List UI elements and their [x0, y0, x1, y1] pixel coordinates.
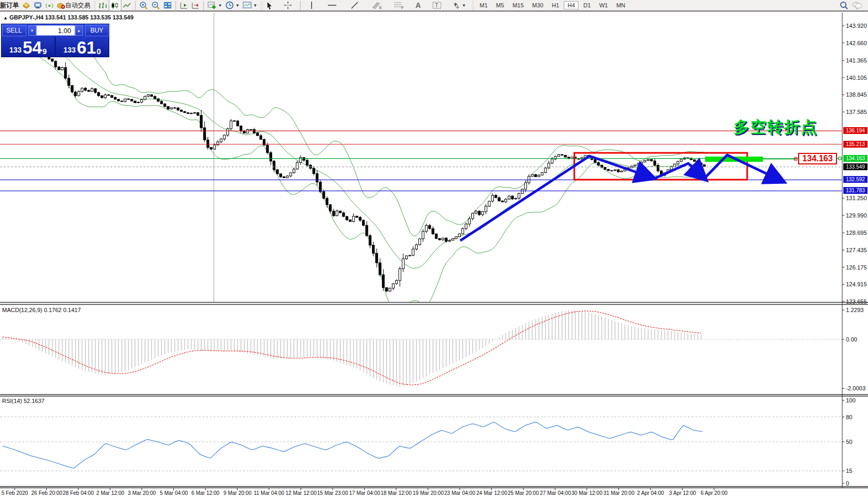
indicators-button[interactable]: ▼	[206, 0, 224, 11]
turning-point-annotation[interactable]: 多空转折点	[733, 117, 818, 138]
sell-button[interactable]: SELL	[2, 25, 26, 36]
price-tick-label: 140.105	[846, 75, 867, 81]
timeframe-button-h1[interactable]: H1	[548, 1, 563, 9]
timeframe-button-h4[interactable]: H4	[564, 1, 578, 9]
svg-text:T: T	[435, 3, 438, 8]
svg-text:F: F	[401, 6, 404, 9]
date-tick-label: 19 Mar 20:00	[413, 490, 444, 496]
zoom-out-button[interactable]	[150, 0, 162, 11]
trendline-tool-button[interactable]	[349, 0, 360, 11]
price-tick-label: 128.695	[846, 230, 867, 236]
volume-decrease-button[interactable]: ▼	[28, 25, 36, 36]
equidistant-channel-tool-button[interactable]: E	[370, 0, 384, 11]
date-tick-label: 2 Apr 04:00	[637, 490, 664, 496]
package-icon[interactable]	[20, 0, 32, 11]
timeframe-button-m1[interactable]: M1	[476, 1, 491, 9]
macd-indicator-label: MACD(12,26,9) 0.1762 0.1417	[2, 307, 81, 313]
buy-button[interactable]: BUY	[85, 25, 109, 36]
new-order-label: 新订单	[0, 1, 19, 10]
zoom-in-button[interactable]	[138, 0, 150, 11]
auto-scroll-button[interactable]	[190, 0, 201, 11]
date-tick-label: 26 Feb 20:00	[32, 490, 63, 496]
auto-trading-label: 自动交易	[65, 1, 90, 10]
horizontal-line-tool-button[interactable]	[326, 0, 338, 11]
macd-tick-label: -2.0003	[846, 385, 865, 391]
toolbar-separator	[203, 1, 204, 10]
price-tick-label: 138.845	[846, 91, 867, 98]
macd-tick-label: 1.2293	[846, 307, 864, 313]
toolbar-separator	[300, 1, 301, 10]
date-tick-label: 17 Mar 04:00	[349, 490, 380, 496]
volume-increase-button[interactable]: ▲	[75, 25, 83, 36]
rsi-tick-label: 15	[846, 468, 852, 474]
date-tick-label: 25 Mar 20:00	[508, 490, 539, 496]
price-tick-label: 137.585	[846, 109, 867, 115]
main-toolbar: 新订单 自动交易	[0, 0, 868, 12]
date-tick-label: 31 Mar 20:00	[604, 490, 635, 496]
price-tick-label: 126.175	[846, 264, 867, 271]
price-level-chip: 134.163	[843, 155, 867, 162]
date-tick-label: 3 Apr 12:00	[669, 490, 696, 496]
toolbar-separator	[175, 1, 176, 10]
volume-input[interactable]	[36, 25, 75, 36]
vertical-line-tool-button[interactable]	[308, 0, 315, 11]
date-tick-label: 24 Mar 12:00	[477, 490, 508, 496]
date-tick-label: 11 Mar 04:00	[254, 490, 284, 496]
timeframe-button-m5[interactable]: M5	[492, 1, 508, 9]
cursor-tool-button[interactable]	[264, 0, 275, 11]
signal-icon[interactable]	[44, 0, 55, 11]
price-tick-label: 127.435	[846, 247, 867, 253]
chevron-down-icon: ▼	[462, 3, 466, 8]
price-level-chip: 135.213	[843, 141, 867, 148]
toolbar-grip	[261, 1, 263, 10]
chevron-down-icon: ▼	[218, 3, 222, 8]
date-tick-label: 12 Mar 12:00	[286, 490, 317, 496]
price-level-chip: 136.194	[843, 127, 867, 134]
auto-trading-button[interactable]: 自动交易	[55, 0, 92, 11]
sell-price[interactable]: 133549	[2, 37, 55, 57]
timeframe-button-d1[interactable]: D1	[580, 1, 594, 9]
date-tick-label: 5 Feb 2020	[2, 490, 28, 496]
search-icon[interactable]	[838, 0, 850, 11]
price-tick-label: 141.365	[846, 57, 867, 64]
date-tick-label: 5 Mar 04:00	[160, 490, 188, 496]
date-tick-label: 9 Mar 20:00	[223, 490, 251, 496]
templates-button[interactable]: ▼	[241, 0, 259, 11]
line-chart-type-button[interactable]	[121, 0, 133, 11]
text-label-tool-button[interactable]: T	[431, 0, 443, 11]
price-level-chip: 132.592	[843, 176, 867, 183]
price-tick-label: 123.655	[846, 298, 867, 305]
terminal-icon[interactable]	[32, 0, 44, 11]
bar-chart-type-button[interactable]	[97, 0, 109, 11]
timeframe-button-w1[interactable]: W1	[595, 1, 612, 9]
text-tool-button[interactable]: A	[414, 0, 422, 11]
date-tick-label: 3 Mar 20:00	[128, 490, 156, 496]
timeframe-button-m15[interactable]: M15	[509, 1, 527, 9]
toolbar-separator	[135, 1, 136, 10]
candlestick-chart-type-button[interactable]	[109, 0, 121, 11]
price-tick-label: 143.920	[846, 23, 867, 29]
price-tick-label: 124.915	[846, 281, 867, 287]
buy-price[interactable]: 133610	[56, 37, 109, 57]
symbol-ohlc-line: ▲GBPJPY-,H4 133.541 133.585 133.535 133.…	[3, 14, 133, 20]
date-tick-label: 30 Mar 12:00	[572, 490, 603, 496]
fibonacci-tool-button[interactable]: F	[392, 0, 406, 11]
symbol-collapse-icon[interactable]: ▲	[3, 15, 8, 20]
chart-canvas[interactable]	[0, 0, 868, 497]
periods-button[interactable]: ▼	[224, 0, 241, 11]
new-order-button[interactable]: 新订单	[0, 0, 20, 11]
tile-windows-button[interactable]	[162, 0, 173, 11]
chat-icon[interactable]	[850, 0, 864, 11]
timeframe-button-mn[interactable]: MN	[613, 1, 629, 9]
date-tick-label: 6 Mar 12:00	[191, 490, 219, 496]
price-tick-label: 129.990	[846, 212, 867, 219]
rsi-tick-label: 80	[846, 414, 852, 420]
arrows-tool-button[interactable]: ▼	[451, 0, 468, 11]
crosshair-tool-button[interactable]	[282, 0, 294, 11]
price-tick-label: 142.660	[846, 40, 867, 46]
timeframe-bar: M1M5M15M30H1H4D1W1MN	[476, 1, 629, 9]
mt4-terminal-window: 新订单 自动交易	[0, 0, 868, 497]
price-callout-label[interactable]: 134.163	[798, 153, 837, 164]
chart-shift-button[interactable]	[178, 0, 190, 11]
timeframe-button-m30[interactable]: M30	[529, 1, 547, 9]
